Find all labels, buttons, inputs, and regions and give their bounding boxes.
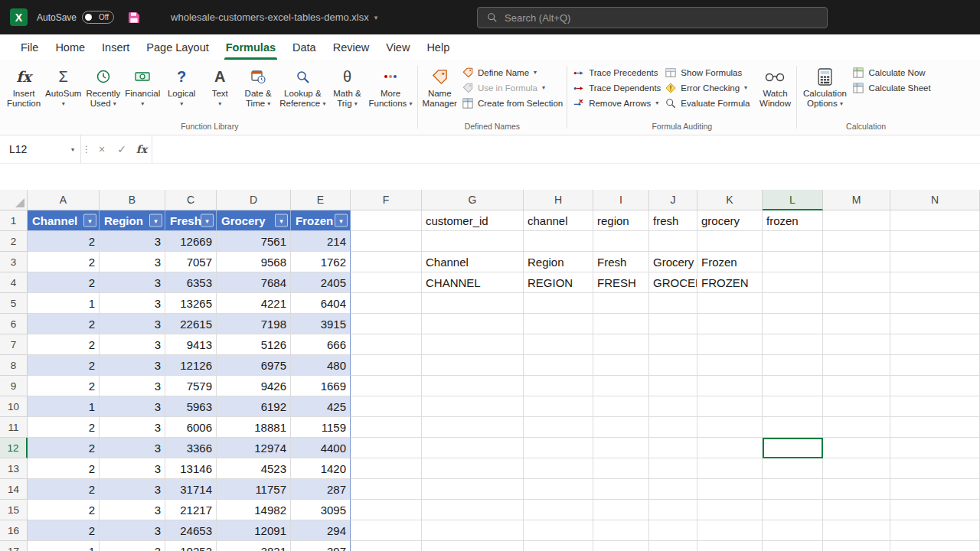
cell-A4[interactable]: 2 bbox=[28, 272, 100, 293]
cell-J12[interactable] bbox=[649, 438, 697, 458]
use-in-formula-button[interactable]: Use in Formula ▾ bbox=[462, 83, 563, 93]
cell-B1[interactable]: Region▾ bbox=[100, 210, 165, 231]
cell-A5[interactable]: 1 bbox=[28, 293, 100, 314]
cell-E9[interactable]: 1669 bbox=[291, 376, 351, 396]
save-button[interactable] bbox=[128, 11, 140, 24]
cell-G1[interactable]: customer_id bbox=[422, 210, 524, 231]
cell-K4[interactable]: FROZEN bbox=[697, 272, 763, 293]
cancel-button[interactable]: × bbox=[92, 135, 112, 163]
column-header-N[interactable]: N bbox=[890, 190, 980, 210]
cell-H16[interactable] bbox=[524, 520, 593, 541]
column-header-L[interactable]: L bbox=[763, 190, 823, 210]
filter-button-region[interactable]: ▾ bbox=[149, 214, 162, 227]
calculate-now-button[interactable]: Calculate Now bbox=[853, 67, 930, 78]
name-box[interactable]: L12 ▾ bbox=[0, 135, 81, 163]
cell-J14[interactable] bbox=[649, 479, 697, 500]
cell-I3[interactable]: Fresh bbox=[593, 252, 649, 272]
cell-L13[interactable] bbox=[763, 458, 823, 479]
cell-K14[interactable] bbox=[697, 479, 763, 500]
cell-J4[interactable]: GROCERY bbox=[649, 272, 697, 293]
cell-D13[interactable]: 4523 bbox=[217, 458, 291, 479]
row-header-9[interactable]: 9 bbox=[0, 376, 28, 396]
row-header-16[interactable]: 16 bbox=[0, 520, 28, 541]
cell-I4[interactable]: FRESH bbox=[593, 272, 649, 293]
column-header-E[interactable]: E bbox=[291, 190, 351, 210]
cell-H9[interactable] bbox=[524, 376, 593, 396]
cell-G6[interactable] bbox=[422, 314, 524, 334]
lookup-reference-button[interactable]: Lookup &Reference ▾ bbox=[277, 62, 328, 121]
cell-B7[interactable]: 3 bbox=[100, 334, 165, 355]
cell-N4[interactable] bbox=[890, 272, 980, 293]
cell-L4[interactable] bbox=[763, 272, 823, 293]
cell-L1[interactable]: frozen bbox=[763, 210, 823, 231]
cell-A7[interactable]: 2 bbox=[28, 334, 100, 355]
cell-J11[interactable] bbox=[649, 417, 697, 438]
cell-G7[interactable] bbox=[422, 334, 524, 355]
row-header-15[interactable]: 15 bbox=[0, 500, 28, 520]
row-header-13[interactable]: 13 bbox=[0, 458, 28, 479]
cell-A12[interactable]: 2 bbox=[28, 438, 100, 458]
recently-used-button[interactable]: RecentlyUsed ▾ bbox=[83, 62, 122, 121]
cell-M13[interactable] bbox=[823, 458, 890, 479]
cell-B15[interactable]: 3 bbox=[100, 500, 165, 520]
cell-G2[interactable] bbox=[422, 231, 524, 252]
column-header-A[interactable]: A bbox=[28, 190, 100, 210]
column-header-M[interactable]: M bbox=[823, 190, 890, 210]
cell-A3[interactable]: 2 bbox=[28, 252, 100, 272]
column-header-K[interactable]: K bbox=[697, 190, 763, 210]
cell-I5[interactable] bbox=[593, 293, 649, 314]
cell-B6[interactable]: 3 bbox=[100, 314, 165, 334]
cell-D8[interactable]: 6975 bbox=[217, 355, 291, 376]
cell-K5[interactable] bbox=[697, 293, 763, 314]
cell-H15[interactable] bbox=[524, 500, 593, 520]
error-checking-button[interactable]: Error Checking ▾ bbox=[665, 83, 750, 93]
cell-D3[interactable]: 9568 bbox=[217, 252, 291, 272]
cell-K7[interactable] bbox=[697, 334, 763, 355]
tab-formulas[interactable]: Formulas bbox=[217, 34, 284, 60]
cell-B4[interactable]: 3 bbox=[100, 272, 165, 293]
cell-J5[interactable] bbox=[649, 293, 697, 314]
cell-M5[interactable] bbox=[823, 293, 890, 314]
cell-A15[interactable]: 2 bbox=[28, 500, 100, 520]
cell-H12[interactable] bbox=[524, 438, 593, 458]
create-from-selection-button[interactable]: Create from Selection bbox=[462, 98, 563, 109]
cell-G14[interactable] bbox=[422, 479, 524, 500]
cell-M2[interactable] bbox=[823, 231, 890, 252]
autosave-toggle[interactable]: Off bbox=[82, 11, 114, 24]
cell-E14[interactable]: 287 bbox=[291, 479, 351, 500]
cell-C6[interactable]: 22615 bbox=[165, 314, 217, 334]
cell-G13[interactable] bbox=[422, 458, 524, 479]
cell-F7[interactable] bbox=[351, 334, 422, 355]
cell-H8[interactable] bbox=[524, 355, 593, 376]
filter-button-fresh[interactable]: ▾ bbox=[201, 214, 214, 227]
math-trig-button[interactable]: θ Math &Trig ▾ bbox=[328, 62, 366, 121]
cell-K13[interactable] bbox=[697, 458, 763, 479]
cell-H14[interactable] bbox=[524, 479, 593, 500]
cell-D1[interactable]: Grocery▾ bbox=[217, 210, 291, 231]
cell-H4[interactable]: REGION bbox=[524, 272, 593, 293]
document-title[interactable]: wholesale-customers-excel-tables-demo.xl… bbox=[171, 11, 377, 23]
cell-M6[interactable] bbox=[823, 314, 890, 334]
cell-M12[interactable] bbox=[823, 438, 890, 458]
cell-J2[interactable] bbox=[649, 231, 697, 252]
cell-M7[interactable] bbox=[823, 334, 890, 355]
cell-E1[interactable]: Frozen▾ bbox=[291, 210, 351, 231]
cell-J15[interactable] bbox=[649, 500, 697, 520]
cell-K11[interactable] bbox=[697, 417, 763, 438]
cell-K6[interactable] bbox=[697, 314, 763, 334]
column-header-C[interactable]: C bbox=[165, 190, 217, 210]
cell-L5[interactable] bbox=[763, 293, 823, 314]
cell-H3[interactable]: Region bbox=[524, 252, 593, 272]
cell-I11[interactable] bbox=[593, 417, 649, 438]
filter-button-grocery[interactable]: ▾ bbox=[275, 214, 288, 227]
logical-button[interactable]: ? Logical▾ bbox=[162, 62, 201, 121]
column-header-F[interactable]: F bbox=[351, 190, 422, 210]
cell-K16[interactable] bbox=[697, 520, 763, 541]
cell-H6[interactable] bbox=[524, 314, 593, 334]
cell-D12[interactable]: 12974 bbox=[217, 438, 291, 458]
cell-L15[interactable] bbox=[763, 500, 823, 520]
cell-C12[interactable]: 3366 bbox=[165, 438, 217, 458]
show-formulas-button[interactable]: Show Formulas bbox=[665, 67, 750, 78]
cell-N5[interactable] bbox=[890, 293, 980, 314]
cell-B14[interactable]: 3 bbox=[100, 479, 165, 500]
